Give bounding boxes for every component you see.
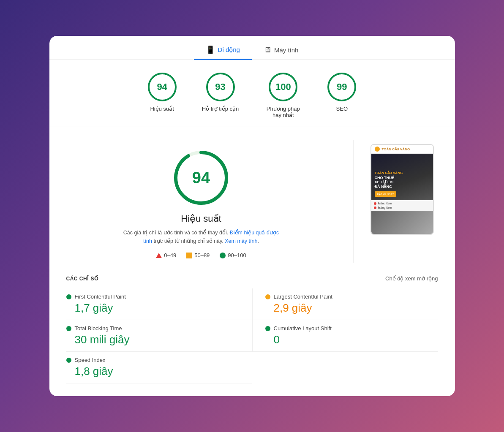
metric-dot-fcp — [66, 294, 71, 299]
vertical-divider — [353, 140, 354, 263]
metric-label-lcp: Largest Contentful Paint — [274, 293, 332, 300]
legend-average: 50–89 — [186, 252, 210, 258]
tab-desktop-label: Máy tính — [274, 46, 299, 54]
right-section: TOÀN CẦU VÀNG TOÀN CẦU VÀNG CHO THUÊ XE … — [371, 144, 438, 235]
big-score-wrapper: 94 Hiệu suất Các giá trị chỉ là ước tính… — [66, 140, 336, 263]
metric-dot-lcp — [265, 294, 270, 299]
score-circle-seo: 99 — [327, 73, 356, 101]
preview-hero-line2: XE TỰ LÁI — [375, 180, 430, 185]
tab-bar: 📱 Di động 🖥 Máy tính — [49, 36, 455, 60]
preview-listing-item-1: listing item — [374, 202, 430, 205]
preview-hero: TOÀN CẦU VÀNG CHO THUÊ XE TỰ LÁI ĐÀ NẴNG… — [371, 154, 433, 200]
description-link-2[interactable]: Xem máy tính — [225, 238, 257, 244]
metric-label-row-lcp: Largest Contentful Paint — [265, 293, 438, 300]
metric-value-cls: 0 — [265, 333, 438, 346]
left-section: 94 Hiệu suất Các giá trị chỉ là ước tính… — [66, 140, 336, 263]
preview-hero-title: TOÀN CẦU VÀNG — [375, 171, 430, 175]
metrics-header: CÁC CHỈ SỐ Chế độ xem mở rộng — [66, 275, 438, 282]
scores-row: 94 Hiệu suất 93 Hỗ trợ tiếp cận 100 Phươ… — [49, 60, 455, 127]
metric-label-si: Speed Index — [75, 357, 106, 363]
legend-row: 0–49 50–89 90–100 — [156, 252, 246, 258]
preview-photo — [371, 211, 433, 234]
score-item-seo: 99 SEO — [327, 73, 356, 118]
description-link-1[interactable]: Điểm hiệu quả được tính — [143, 230, 279, 244]
expand-button[interactable]: Chế độ xem mở rộng — [385, 275, 438, 282]
big-score-title: Hiệu suất — [181, 213, 221, 224]
desktop-icon: 🖥 — [264, 46, 271, 54]
score-circle-accessibility: 93 — [206, 73, 235, 101]
metric-value-si: 1,8 giây — [66, 365, 240, 378]
preview-hero-line1: CHO THUÊ — [375, 176, 430, 180]
score-description: Các giá trị chỉ là ước tính và có thể th… — [121, 228, 281, 245]
legend-poor: 0–49 — [156, 252, 176, 258]
legend-poor-range: 0–49 — [164, 252, 176, 258]
legend-circle-icon — [220, 253, 226, 258]
preview-dot-red-2 — [374, 206, 376, 209]
preview-listing-item-2: listing item — [374, 206, 430, 209]
tab-desktop[interactable]: 🖥 Máy tính — [252, 41, 311, 60]
metric-label-row-tbt: Total Blocking Time — [66, 325, 240, 331]
score-item-accessibility: 93 Hỗ trợ tiếp cận — [202, 73, 239, 118]
metric-item-tbt: Total Blocking Time 30 mili giây — [66, 320, 252, 352]
score-item-bestpractice: 100 Phương pháp hay nhất — [264, 73, 302, 118]
score-label-performance: Hiệu suất — [150, 106, 174, 112]
metric-label-row-fcp: First Contentful Paint — [66, 293, 240, 300]
legend-square-icon — [186, 253, 192, 258]
big-score-circle: 94 — [172, 148, 231, 207]
metrics-section-title: CÁC CHỈ SỐ — [66, 276, 98, 282]
tab-mobile-label: Di động — [218, 46, 240, 54]
score-label-bestpractice: Phương pháp hay nhất — [264, 106, 302, 118]
preview-logo-dot — [375, 147, 380, 152]
metric-value-fcp: 1,7 giây — [66, 302, 240, 315]
metrics-section: CÁC CHỈ SỐ Chế độ xem mở rộng First Cont… — [49, 275, 455, 396]
mobile-icon: 📱 — [206, 45, 215, 54]
preview-logo-text: TOÀN CẦU VÀNG — [382, 147, 410, 151]
metric-label-fcp: First Contentful Paint — [75, 293, 126, 300]
metric-dot-tbt — [66, 326, 71, 331]
preview-dot-red-1 — [374, 202, 376, 205]
metric-item-cls: Cumulative Layout Shift 0 — [252, 320, 438, 352]
metric-value-tbt: 30 mili giây — [66, 333, 240, 346]
preview-top-bar: TOÀN CẦU VÀNG — [371, 145, 433, 154]
metric-label-row-cls: Cumulative Layout Shift — [265, 325, 438, 331]
preview-hero-btn: ĐẶT XE NGAY — [375, 191, 397, 197]
metric-dot-cls — [265, 326, 270, 331]
main-content: 94 Hiệu suất Các giá trị chỉ là ước tính… — [49, 127, 455, 275]
metric-label-row-si: Speed Index — [66, 357, 240, 363]
metric-item-fcp: First Contentful Paint 1,7 giây — [66, 288, 252, 320]
metric-item-si: Speed Index 1,8 giây — [66, 352, 252, 383]
legend-good-range: 90–100 — [228, 252, 246, 258]
metric-label-cls: Cumulative Layout Shift — [274, 325, 332, 331]
metric-value-lcp: 2,9 giây — [265, 302, 438, 315]
big-score-value: 94 — [192, 169, 210, 187]
score-label-seo: SEO — [336, 106, 348, 112]
preview-listing: listing item listing item — [371, 200, 433, 211]
legend-average-range: 50–89 — [194, 252, 210, 258]
main-card: 📱 Di động 🖥 Máy tính 94 Hiệu suất 93 Hỗ … — [49, 36, 455, 396]
metric-dot-si — [66, 358, 71, 363]
score-circle-bestpractice: 100 — [269, 73, 297, 101]
metric-label-tbt: Total Blocking Time — [75, 325, 122, 331]
preview-hero-line3: ĐÀ NẴNG — [375, 185, 430, 189]
phone-preview: TOÀN CẦU VÀNG TOÀN CẦU VÀNG CHO THUÊ XE … — [371, 144, 434, 235]
score-item-performance: 94 Hiệu suất — [148, 73, 177, 118]
metrics-grid: First Contentful Paint 1,7 giây Largest … — [66, 288, 438, 383]
legend-good: 90–100 — [220, 252, 246, 258]
metric-item-lcp: Largest Contentful Paint 2,9 giây — [252, 288, 438, 320]
score-label-accessibility: Hỗ trợ tiếp cận — [202, 106, 239, 112]
legend-triangle-icon — [156, 253, 162, 258]
score-circle-performance: 94 — [148, 73, 177, 101]
tab-mobile[interactable]: 📱 Di động — [194, 41, 252, 60]
